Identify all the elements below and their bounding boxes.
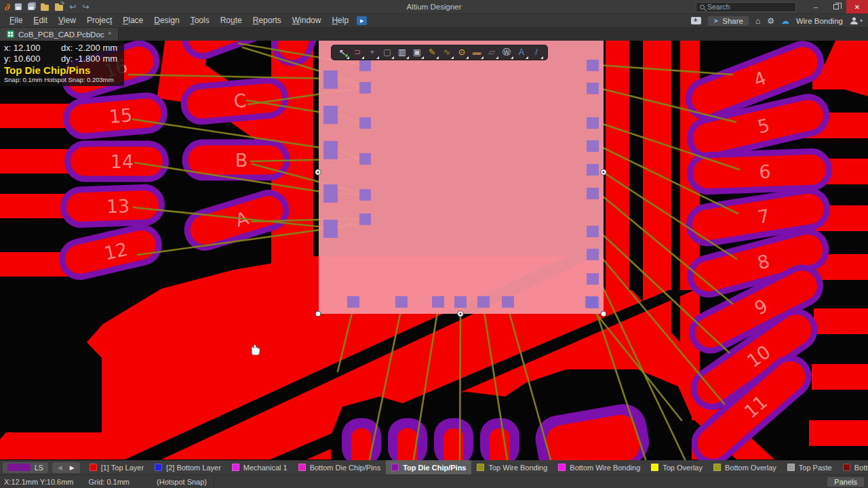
die-pin-bottom-2[interactable] [395,296,408,308]
save-icon[interactable] [15,3,22,10]
menu-window[interactable]: Window [287,14,327,27]
die-pin-left-inner-6[interactable] [359,214,371,225]
via-tool[interactable]: ▣ [410,45,425,60]
move-tool[interactable]: + [365,45,380,60]
room-tool[interactable]: ▢ [380,45,395,60]
die-pin-bottom-4[interactable] [454,296,467,308]
user-account-button[interactable]: ▾ [850,16,863,25]
workspace-name[interactable]: Wire Bonding [796,17,843,25]
die-pin-right-4[interactable] [587,140,599,152]
layer-tab-bottom-wire-bonding[interactable]: Bottom Wire Bonding [553,460,646,474]
close-button[interactable]: ✕ [846,0,868,14]
menu-view[interactable]: View [53,14,81,27]
layer-tab-top-die-chip-pins[interactable]: Top Die Chip/Pins [386,460,471,474]
menu-file[interactable]: File [4,14,28,27]
die-pin-left-outer-1[interactable] [323,70,338,89]
share-button[interactable]: ➤ Share [708,16,749,26]
menu-edit[interactable]: Edit [28,14,53,27]
home-icon[interactable]: ⌂ [755,16,760,26]
selection-handle[interactable] [315,311,321,317]
word-tool[interactable]: Ⓦ [499,45,514,60]
die-selection-overlay[interactable] [319,41,604,314]
die-pin-right-7[interactable] [587,226,599,237]
scroll-left-icon[interactable]: ◀ [58,464,62,471]
settings-gear-icon[interactable]: ⚙ [767,16,774,26]
die-pin-left-outer-3[interactable] [323,141,338,159]
bond-wire-bottom[interactable] [460,308,460,460]
die-pin-left-inner-2[interactable] [359,82,371,94]
pcb-canvas[interactable]: 1615141312CBA4567891011 x: 12.100 dx: -2… [0,41,868,460]
finger-pad-3[interactable] [443,428,464,460]
die-pin-right-9[interactable] [587,273,599,285]
die-pin-bottom-3[interactable] [432,296,444,308]
component-tool[interactable]: ▬ [469,45,484,60]
comment-icon[interactable] [691,17,701,24]
region-tool[interactable]: ▱ [484,45,499,60]
die-pin-right-2[interactable] [587,83,599,94]
pad-15[interactable]: 15 [65,94,166,138]
layer-tab-top-paste[interactable]: Top Paste [782,460,837,474]
menu-help[interactable]: Help [326,14,354,27]
svg-text:6: 6 [759,161,771,182]
tab-pcbdoc[interactable]: CoB_PCB_CAD.PcbDoc * [0,28,119,41]
save-all-icon[interactable] [28,3,35,10]
open-folder-icon[interactable] [41,5,49,11]
die-pin-right-8[interactable] [587,249,599,260]
scroll-right-icon[interactable]: ▶ [70,464,75,471]
die-pin-bottom-6[interactable] [502,296,514,308]
line-tool[interactable]: / [529,45,544,60]
pad-14[interactable]: 14 [68,144,166,179]
arc-tool[interactable]: ∿ [439,45,454,60]
hud-dy: dy: -1.800 mm [61,54,117,64]
redo-icon[interactable]: ↪ [83,1,90,12]
layer-tab-mechanical-1[interactable]: Mechanical 1 [226,460,293,474]
menu-place[interactable]: Place [117,14,149,27]
die-pin-left-inner-3[interactable] [359,117,371,129]
die-pin-left-inner-4[interactable] [359,153,371,165]
undo-icon[interactable]: ↩ [69,1,76,12]
die-pin-left-outer-2[interactable] [323,106,338,124]
die-pin-right-1[interactable] [587,60,599,71]
die-pin-left-outer-4[interactable] [323,184,338,203]
layer-tab--1-top-layer[interactable]: [1] Top Layer [84,460,149,474]
die-pin-bottom-5[interactable] [477,296,490,308]
snapping-tool[interactable]: ⊃ [350,45,365,60]
finger-pad-1[interactable] [351,428,372,460]
layer-tab-bottom-die-chip-pins[interactable]: Bottom Die Chip/Pins [293,460,387,474]
die-pin-right-3[interactable] [587,117,599,129]
search-input[interactable]: Search [696,2,796,12]
layer-tab--2-bottom-layer[interactable]: [2] Bottom Layer [149,460,226,474]
run-script-icon[interactable]: ▶ [357,16,367,25]
string-tool[interactable]: A [514,45,529,60]
layer-tab-bottom-paste[interactable]: Bottom Paste [837,460,868,474]
restore-button[interactable] [826,0,846,14]
pad-13[interactable]: 13 [63,186,163,225]
menu-design[interactable]: Design [149,14,184,27]
layer-set-button[interactable]: LS [3,462,48,473]
minimize-button[interactable]: – [806,0,826,14]
layer-tab-top-overlay[interactable]: Top Overlay [646,460,708,474]
select-filter-tool[interactable]: ↖ [335,45,350,60]
die-pin-bottom-1[interactable] [347,296,359,308]
panels-button[interactable]: Panels [827,477,864,487]
die-pin-bottom-7[interactable] [585,296,597,308]
die-pin-left-outer-5[interactable] [323,220,338,238]
pad-6[interactable]: 6 [690,150,830,192]
route-tool[interactable]: ✎ [425,45,439,60]
die-pin-left-inner-5[interactable] [359,189,371,201]
layer-tab-bar: LS ◀ ▶ [1] Top Layer[2] Bottom LayerMech… [0,460,868,474]
pad-tool[interactable]: ▥ [395,45,410,60]
menu-project[interactable]: Project [81,14,117,27]
die-pin-right-5[interactable] [587,164,599,176]
selection-handle[interactable] [601,311,606,317]
menu-route[interactable]: Route [215,14,248,27]
layer-tab-bottom-overlay[interactable]: Bottom Overlay [708,460,782,474]
location-tool[interactable]: ⊙ [454,45,469,60]
pcb-drawing[interactable]: 1615141312CBA4567891011 [0,41,868,460]
die-pin-left-inner-1[interactable] [359,60,371,71]
layer-tab-top-wire-bonding[interactable]: Top Wire Bonding [471,460,553,474]
die-pin-right-6[interactable] [587,188,599,199]
open-project-icon[interactable] [55,5,63,11]
menu-tools[interactable]: Tools [185,14,215,27]
menu-reports[interactable]: Reports [248,14,287,27]
